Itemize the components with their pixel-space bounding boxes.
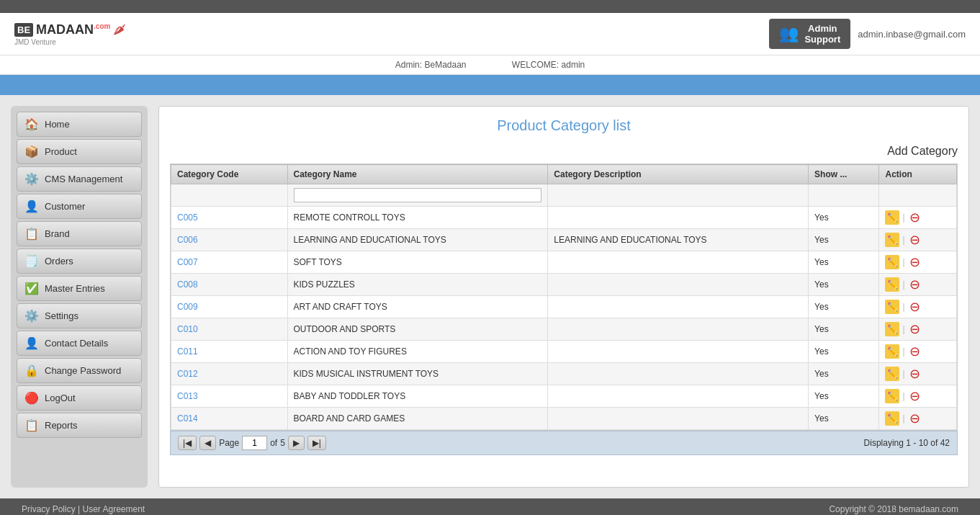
- table-header-row: Category Code Category Name Category Des…: [171, 165, 957, 184]
- cell-description: [548, 296, 809, 318]
- filter-action-cell: [879, 184, 957, 207]
- footer: Privacy Policy | User Agreement Copyrigh…: [0, 498, 980, 515]
- sidebar-item-product[interactable]: 📦 Product: [17, 139, 142, 164]
- category-code-link[interactable]: C010: [177, 324, 198, 334]
- edit-button[interactable]: ✏️: [885, 255, 899, 269]
- sidebar-item-contact-details[interactable]: 👤 Contact Details: [17, 331, 142, 356]
- edit-button[interactable]: ✏️: [885, 367, 899, 381]
- action-separator: |: [902, 302, 904, 312]
- cell-show: Yes: [809, 318, 879, 341]
- sidebar-item-orders[interactable]: 🗒️ Orders: [17, 248, 142, 274]
- reports-icon: 📋: [24, 418, 39, 432]
- sidebar: 🏠 Home 📦 Product ⚙️ CMS Management 👤 Cus…: [11, 106, 148, 488]
- sidebar-item-brand[interactable]: 📋 Brand: [17, 221, 142, 246]
- first-page-button[interactable]: |◀: [178, 436, 197, 450]
- logo-box: BE MADAAN.com 🌶: [14, 22, 126, 37]
- add-category-button[interactable]: Add Category: [170, 145, 958, 158]
- admin-support-button[interactable]: 👥 Admin Support: [769, 19, 850, 49]
- category-code-link[interactable]: C012: [177, 369, 198, 379]
- cell-description: [548, 408, 809, 430]
- sidebar-item-label: Home: [45, 119, 70, 130]
- cell-action: ✏️ | ⊖: [879, 251, 957, 274]
- delete-button[interactable]: ⊖: [908, 322, 922, 336]
- last-page-button[interactable]: ▶|: [307, 436, 326, 450]
- page-number-input[interactable]: [242, 436, 267, 450]
- cell-code: C005: [171, 207, 288, 229]
- action-separator: |: [902, 369, 904, 379]
- cell-action: ✏️ | ⊖: [879, 408, 957, 430]
- category-code-link[interactable]: C007: [177, 257, 198, 267]
- cell-show: Yes: [809, 341, 879, 363]
- sidebar-item-home[interactable]: 🏠 Home: [17, 112, 142, 137]
- privacy-policy-link[interactable]: Privacy Policy: [22, 504, 76, 514]
- sidebar-item-reports[interactable]: 📋 Reports: [17, 413, 142, 438]
- sidebar-item-label: Contact Details: [45, 338, 108, 349]
- admin-email: admin.inbase@gmail.com: [858, 29, 966, 40]
- sidebar-item-master-entries[interactable]: ✅ Master Entries: [17, 276, 142, 301]
- cell-name: KIDS MUSICAL INSTRUMENT TOYS: [287, 363, 548, 385]
- delete-button[interactable]: ⊖: [908, 277, 922, 292]
- sidebar-item-settings[interactable]: ⚙️ Settings: [17, 303, 142, 328]
- prev-page-button[interactable]: ◀: [199, 436, 216, 450]
- product-icon: 📦: [24, 145, 39, 158]
- action-separator: |: [902, 257, 904, 267]
- cell-show: Yes: [809, 229, 879, 251]
- edit-button[interactable]: ✏️: [885, 233, 899, 247]
- edit-button[interactable]: ✏️: [885, 277, 899, 292]
- table-row: C011ACTION AND TOY FIGURESYes ✏️ | ⊖: [171, 341, 957, 363]
- delete-button[interactable]: ⊖: [908, 255, 922, 269]
- edit-button[interactable]: ✏️: [885, 411, 899, 426]
- category-code-link[interactable]: C008: [177, 279, 198, 290]
- sidebar-item-label: Reports: [45, 420, 78, 431]
- cell-show: Yes: [809, 251, 879, 274]
- edit-button[interactable]: ✏️: [885, 344, 899, 359]
- delete-button[interactable]: ⊖: [908, 344, 922, 359]
- th-category-name: Category Name: [287, 165, 548, 184]
- sidebar-item-label: Orders: [45, 256, 73, 267]
- sidebar-item-change-password[interactable]: 🔒 Change Password: [17, 358, 142, 383]
- cell-action: ✏️ | ⊖: [879, 296, 957, 318]
- sidebar-item-cms-management[interactable]: ⚙️ CMS Management: [17, 166, 142, 192]
- edit-button[interactable]: ✏️: [885, 322, 899, 336]
- edit-button[interactable]: ✏️: [885, 389, 899, 403]
- delete-button[interactable]: ⊖: [908, 389, 922, 403]
- action-cell: ✏️ | ⊖: [885, 300, 950, 314]
- category-code-link[interactable]: C006: [177, 235, 198, 245]
- delete-button[interactable]: ⊖: [908, 411, 922, 426]
- table-body: C005REMOTE CONTROLL TOYSYes ✏️ | ⊖ C006L…: [171, 207, 957, 430]
- category-code-link[interactable]: C009: [177, 302, 198, 312]
- edit-button[interactable]: ✏️: [885, 300, 899, 314]
- cell-code: C006: [171, 229, 288, 251]
- action-cell: ✏️ | ⊖: [885, 277, 950, 292]
- cell-code: C010: [171, 318, 288, 341]
- brand-icon: 📋: [24, 227, 39, 241]
- delete-button[interactable]: ⊖: [908, 210, 922, 225]
- action-separator: |: [902, 279, 904, 290]
- filter-name-input[interactable]: [294, 188, 542, 202]
- cell-show: Yes: [809, 385, 879, 408]
- filter-code-cell: [171, 184, 288, 207]
- delete-button[interactable]: ⊖: [908, 233, 922, 247]
- user-agreement-link[interactable]: User Agreement: [82, 504, 145, 514]
- sidebar-item-label: Settings: [45, 310, 78, 321]
- sidebar-item-label: Change Password: [45, 365, 121, 376]
- cell-action: ✏️ | ⊖: [879, 318, 957, 341]
- cell-description: [548, 341, 809, 363]
- cell-description: [548, 363, 809, 385]
- next-page-button[interactable]: ▶: [288, 436, 305, 450]
- content-area: Product Category list Add Category Categ…: [158, 106, 969, 488]
- delete-button[interactable]: ⊖: [908, 367, 922, 381]
- footer-copyright: Copyright © 2018 bemadaan.com: [829, 504, 958, 514]
- table-row: C013BABY AND TODDLER TOYSYes ✏️ | ⊖: [171, 385, 957, 408]
- edit-button[interactable]: ✏️: [885, 210, 899, 225]
- delete-button[interactable]: ⊖: [908, 300, 922, 314]
- cell-description: [548, 207, 809, 229]
- category-code-link[interactable]: C011: [177, 346, 198, 357]
- sidebar-item-logout[interactable]: 🔴 LogOut: [17, 385, 142, 411]
- logo-com: .com: [94, 22, 110, 30]
- category-code-link[interactable]: C014: [177, 413, 198, 424]
- total-pages: 5: [280, 438, 285, 448]
- sidebar-item-customer[interactable]: 👤 Customer: [17, 194, 142, 219]
- category-code-link[interactable]: C005: [177, 212, 198, 223]
- category-code-link[interactable]: C013: [177, 391, 198, 401]
